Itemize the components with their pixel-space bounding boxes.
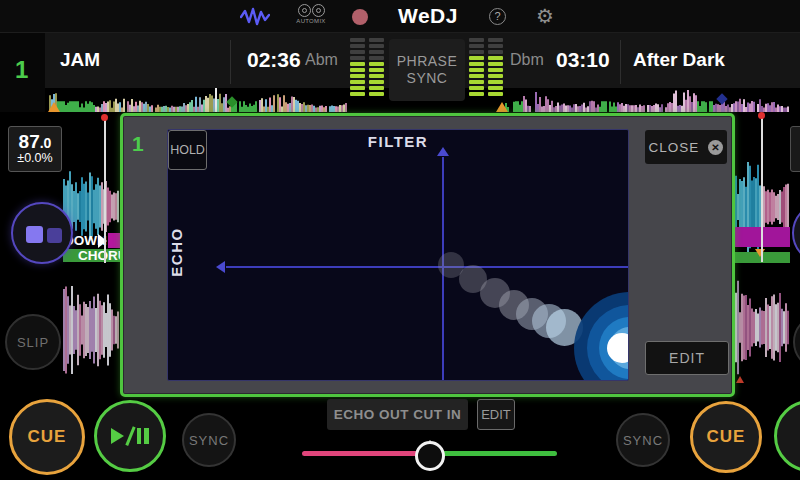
crossfader-knob[interactable]: [415, 441, 445, 471]
deck1-number: 1: [15, 56, 28, 84]
waveform-view-icon[interactable]: [240, 7, 270, 26]
bpm-decimal: .0: [40, 135, 52, 151]
fx-select-button[interactable]: ECHO OUT CUT IN: [327, 399, 468, 430]
crossfader-right-fill: [430, 451, 557, 456]
pad-icon: [26, 226, 43, 243]
wedj-app: AUTOMIX WeDJ ? ⚙ 1 JAM 02:36 Abm PHRASE …: [0, 0, 800, 480]
deck1-playhead: [104, 120, 106, 263]
deck2-time: 03:10: [556, 48, 610, 72]
deck2-level-meter: [469, 38, 503, 96]
fx-edit-button[interactable]: EDIT: [645, 341, 729, 375]
app-title: WeDJ: [398, 4, 458, 28]
deck2-sync-button[interactable]: SYNC: [616, 413, 670, 467]
divider: [620, 40, 621, 84]
deck1-sync-button[interactable]: SYNC: [182, 413, 236, 467]
deck1-time: 02:36: [247, 48, 301, 72]
fx-y-axis-label: FILTER: [167, 133, 629, 150]
deck2-slip-button[interactable]: [793, 314, 800, 370]
settings-gear-icon[interactable]: ⚙: [536, 4, 554, 28]
help-icon[interactable]: ?: [489, 8, 506, 25]
fx-edit-small-button[interactable]: EDIT: [477, 399, 515, 430]
deck1-track-title: JAM: [60, 49, 100, 71]
deck2-track-overview[interactable]: [505, 88, 790, 112]
pad-icon: [47, 228, 62, 243]
top-bar: AUTOMIX WeDJ ? ⚙: [0, 0, 800, 33]
deck1-track-overview[interactable]: [45, 88, 347, 112]
deck1-waveform-lower[interactable]: [63, 266, 120, 394]
fx-hold-button[interactable]: HOLD: [168, 130, 207, 170]
deck1-cue-button[interactable]: CUE: [9, 399, 85, 475]
fx-x-axis: [226, 266, 629, 268]
tempo-range: ±0.0%: [9, 151, 61, 165]
phrase-sync-button[interactable]: PHRASE SYNC: [389, 39, 465, 101]
deck1-playhead-dot: [101, 114, 108, 121]
deck2-playhead-dot: [758, 112, 765, 119]
automix-icon[interactable]: AUTOMIX: [290, 4, 332, 24]
deck1-phrase-bar-magenta: [108, 233, 120, 248]
deck1-performance-pads-button[interactable]: [11, 202, 73, 264]
deck1-play-pause-button[interactable]: [94, 400, 166, 472]
fx-panel: 1 FILTER ECHO HOLD CLOSE ✕ EDIT: [120, 113, 735, 397]
play-pause-icon: [111, 426, 149, 446]
automix-label: AUTOMIX: [290, 18, 332, 24]
deck2-marker-icon: [736, 376, 744, 383]
deck1-level-meter: [350, 38, 384, 96]
deck2-performance-pads-button[interactable]: [792, 202, 800, 264]
deck2-key: Dbm: [510, 51, 544, 69]
deck1-cue-marker-icon: [48, 102, 60, 112]
fx-xy-pad[interactable]: [167, 129, 629, 381]
deck1-overview-playhead: [215, 88, 217, 112]
bpm-value: 87: [19, 131, 40, 152]
deck2-waveform-lower[interactable]: [735, 265, 790, 390]
fx-close-button[interactable]: CLOSE ✕: [645, 130, 727, 164]
deck1-slip-button[interactable]: SLIP: [5, 314, 61, 370]
deck2-phrase-marker-icon: [755, 249, 765, 257]
deck2-controls-edge: [790, 112, 800, 397]
deck2-cue-marker-icon: [496, 102, 508, 112]
close-icon: ✕: [708, 140, 723, 155]
record-button[interactable]: [352, 9, 368, 25]
automix-decks-icon: [290, 4, 332, 17]
divider: [230, 40, 231, 84]
axis-arrow-left-icon: [216, 261, 225, 273]
deck2-track-title: After Dark: [633, 49, 725, 71]
deck2-cue-button[interactable]: CUE: [690, 401, 762, 473]
deck1-bpm-display[interactable]: 87.0 ±0.0%: [8, 126, 62, 172]
crossfader-left-fill: [302, 451, 430, 456]
deck2-phrase-bar-magenta: [735, 227, 790, 247]
close-label: CLOSE: [649, 140, 700, 155]
phrase-arrow-icon: [98, 234, 107, 248]
deck1-key: Abm: [305, 51, 338, 69]
deck2-bpm-display[interactable]: [790, 126, 800, 172]
deck2-playhead: [761, 118, 763, 262]
fx-x-axis-label: ECHO: [168, 217, 188, 287]
deck2-play-pause-button[interactable]: [774, 400, 800, 472]
fx-deck-number: 1: [132, 132, 144, 156]
